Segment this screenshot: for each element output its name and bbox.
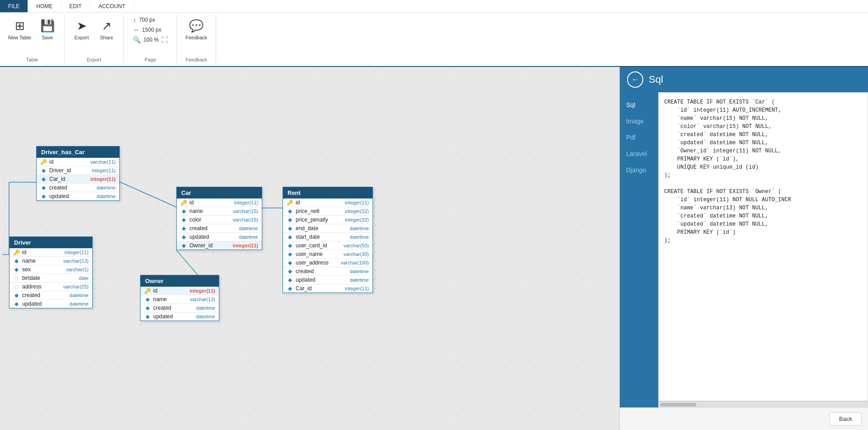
table-row: 🔑 id integer(11) <box>283 198 373 207</box>
table-driver[interactable]: Driver 🔑 id integer(11) ◆ name varchar(1… <box>9 236 93 308</box>
horizontal-scrollbar[interactable] <box>658 401 868 407</box>
fk-icon: ◆ <box>287 277 293 283</box>
table-row: ◆ end_date datetime <box>283 224 373 233</box>
nav-pdf[interactable]: Pdf <box>620 129 658 146</box>
table-row: ◆ Car_id integer(11) <box>283 284 373 293</box>
fk-icon: ◆ <box>180 234 187 240</box>
feedback-label: Feedback <box>185 35 207 40</box>
fk-icon: ◆ <box>40 193 47 199</box>
width-value: 1500 px <box>142 27 161 33</box>
save-icon: 💾 <box>40 19 55 33</box>
menu-account[interactable]: ACCOUNT <box>90 0 134 12</box>
save-label: Save <box>42 35 53 40</box>
fk-icon: ◆ <box>40 167 47 174</box>
fk-icon: ◆ <box>287 234 293 240</box>
table-row: ◆ Driver_id integer(11) <box>37 166 119 175</box>
nav-django[interactable]: Django <box>620 162 658 178</box>
table-row: ◆ updated datetime <box>9 300 92 308</box>
table-driver-header: Driver <box>9 237 92 248</box>
nav-sql[interactable]: Sql <box>620 97 658 113</box>
page-group-label: Page <box>145 57 156 62</box>
fk-icon: ◆ <box>287 285 293 292</box>
pk-icon: 🔑 <box>144 288 151 294</box>
table-row: ◆ price_nett integer(32) <box>283 207 373 216</box>
table-row: ◆ created datetime <box>37 184 119 192</box>
toolbar: ⊞ New Table 💾 Save Table ➤ Export ↗ Shar… <box>0 13 868 67</box>
fk-icon: ◆ <box>180 217 187 223</box>
table-row: ◆ user_card_id varchar(50) <box>283 241 373 250</box>
fk-icon: ◆ <box>287 251 293 257</box>
fk-icon: ◆ <box>13 301 19 307</box>
table-car[interactable]: Car 🔑 id integer(11) ◆ name varchar(15) … <box>176 187 262 250</box>
table-row: ◇ birtdate date <box>9 274 92 283</box>
fk-icon: ◆ <box>287 217 293 223</box>
share-icon: ↗ <box>102 19 112 33</box>
fk-icon: ◆ <box>287 225 293 232</box>
toolbar-group-page: ↕ 700 px ↔ 1500 px 🔍 100 % ⛶ Page <box>124 14 177 64</box>
fk-icon: ◆ <box>287 260 293 266</box>
zoom-control: 🔍 100 % ⛶ <box>133 36 168 43</box>
table-row: ◆ updated datetime <box>177 233 262 241</box>
menu-edit[interactable]: EDIT <box>61 0 90 12</box>
table-group-label: Table <box>26 57 38 62</box>
export-icon: ➤ <box>77 19 87 33</box>
export-group-label: Export <box>87 57 101 62</box>
table-row: ◆ price_penalty integer(32) <box>283 216 373 224</box>
fk-icon: ◆ <box>144 313 151 320</box>
fk-icon: ◆ <box>287 268 293 274</box>
grid-icon: ⊞ <box>15 19 25 33</box>
table-row: ◆ created datetime <box>9 291 92 300</box>
nav-image[interactable]: Image <box>620 113 658 129</box>
fk-icon: ◆ <box>144 305 151 311</box>
new-table-button[interactable]: ⊞ New Table <box>5 16 35 43</box>
export-button[interactable]: ➤ Export <box>69 16 94 43</box>
page-controls: ↕ 700 px ↔ 1500 px 🔍 100 % ⛶ <box>128 16 172 43</box>
sql-text-content[interactable]: CREATE TABLE IF NOT EXISTS `Car` ( `id` … <box>658 92 868 401</box>
back-circle-button[interactable]: ← <box>627 71 643 88</box>
table-row: ◆ created datetime <box>141 304 219 312</box>
zoom-icon: 🔍 <box>133 36 141 43</box>
sql-content-area: Sql Image Pdf Laravel Django CREATE TABL… <box>620 92 868 407</box>
table-row: ◆ start_date datetime <box>283 233 373 241</box>
fk-icon: ◆ <box>144 296 151 302</box>
save-button[interactable]: 💾 Save <box>35 16 60 43</box>
table-row: ◆ sex varchar(1) <box>9 265 92 274</box>
table-driver-has-car[interactable]: Driver_has_Car 🔑 id varchar(11) ◆ Driver… <box>36 146 120 201</box>
feedback-icon: 💬 <box>189 19 203 33</box>
feedback-button[interactable]: 💬 Feedback <box>182 16 211 43</box>
table-owner[interactable]: Owner 🔑 id integer(11) ◆ name varchar(13… <box>140 275 219 321</box>
table-owner-header: Owner <box>141 275 219 287</box>
table-rent-header: Rent <box>283 187 373 198</box>
fullscreen-icon[interactable]: ⛶ <box>161 36 168 43</box>
null-icon: ◇ <box>13 275 19 281</box>
right-panel: ← Sql Sql Image Pdf Laravel Django CREAT… <box>619 67 868 430</box>
canvas-area[interactable]: Driver_has_Car 🔑 id varchar(11) ◆ Driver… <box>0 67 619 430</box>
menu-home[interactable]: HOME <box>28 0 61 12</box>
height-icon: ↕ <box>133 16 136 24</box>
pk-icon: 🔑 <box>13 249 19 255</box>
menu-file[interactable]: FILE <box>0 0 28 12</box>
new-table-label: New Table <box>8 35 31 40</box>
scrollbar-thumb[interactable] <box>660 403 696 406</box>
table-row: ◆ user_name varchar(30) <box>283 250 373 259</box>
table-row: ◆ name varchar(15) <box>177 207 262 216</box>
height-value: 700 px <box>139 17 155 23</box>
nav-laravel[interactable]: Laravel <box>620 146 658 162</box>
right-panel-header: ← Sql <box>620 67 868 92</box>
table-row: ◆ updated datetime <box>37 192 119 200</box>
table-row: ◆ Owner_id integer(11) <box>177 241 262 250</box>
share-button[interactable]: ↗ Share <box>94 16 119 43</box>
fk-icon: ◆ <box>287 242 293 249</box>
table-row: ◆ updated datetime <box>141 312 219 321</box>
table-row: ◆ updated datetime <box>283 276 373 284</box>
pk-icon: 🔑 <box>180 199 187 206</box>
fk-icon: ◆ <box>180 208 187 214</box>
toolbar-group-export: ➤ Export ↗ Share Export <box>65 14 124 64</box>
export-label: Export <box>75 35 89 40</box>
feedback-group-label: Feedback <box>185 57 207 62</box>
table-rent[interactable]: Rent 🔑 id integer(11) ◆ price_nett integ… <box>283 187 373 293</box>
back-button[interactable]: Back <box>830 412 862 425</box>
table-car-header: Car <box>177 187 262 198</box>
fk-icon: ◆ <box>13 266 19 273</box>
fk-icon: ◆ <box>180 225 187 232</box>
